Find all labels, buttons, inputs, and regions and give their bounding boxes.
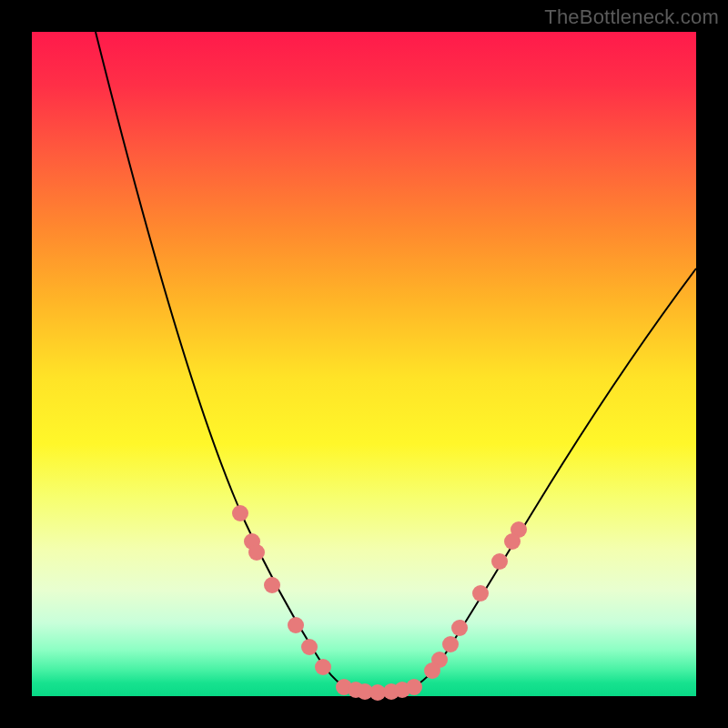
marker-right-2 [491, 553, 508, 570]
marker-left-5 [301, 639, 318, 655]
curve-left-arm [96, 32, 352, 690]
curve-svg [32, 32, 696, 696]
marker-right-4 [451, 620, 468, 636]
marker-right-1 [504, 533, 521, 550]
marker-bottom-6 [406, 679, 422, 695]
marker-left-0 [232, 505, 248, 521]
marker-left-2 [248, 544, 265, 561]
marker-left-3 [264, 577, 280, 593]
markers-group [232, 505, 527, 701]
curve-right-arm [405, 268, 696, 690]
watermark-text: TheBottleneck.com [544, 5, 719, 29]
chart-frame: TheBottleneck.com [0, 0, 728, 728]
plot-area [32, 32, 696, 696]
marker-right-5 [442, 636, 459, 652]
marker-right-7 [424, 662, 440, 679]
marker-left-4 [288, 617, 304, 633]
marker-left-6 [315, 659, 331, 675]
marker-right-3 [472, 585, 489, 602]
